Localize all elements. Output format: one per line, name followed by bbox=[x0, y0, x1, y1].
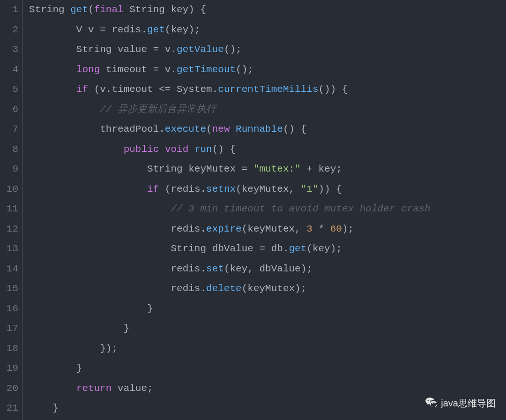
line-number: 16 bbox=[0, 299, 18, 319]
token-punct: (keyMutex); bbox=[242, 283, 307, 294]
code-line[interactable]: String value = v.getValue(); bbox=[29, 40, 506, 60]
code-line[interactable]: redis.expire(keyMutex, 3 * 60); bbox=[29, 219, 506, 240]
code-line[interactable]: threadPool.execute(new Runnable() { bbox=[29, 120, 506, 140]
token-ident: (keyMutex, bbox=[236, 184, 301, 195]
token-punct: ( bbox=[206, 124, 212, 135]
code-line[interactable]: if (redis.setnx(keyMutex, "1")) { bbox=[29, 180, 506, 200]
token-comment: // 异步更新后台异常执行 bbox=[100, 104, 216, 115]
code-line[interactable]: } bbox=[29, 299, 506, 319]
token-ident bbox=[230, 124, 236, 135]
code-line[interactable]: public void run() { bbox=[29, 140, 506, 160]
token-ident: value; bbox=[112, 383, 153, 394]
token-number: 60 bbox=[330, 224, 342, 234]
token-ident bbox=[29, 104, 100, 115]
code-line[interactable]: V v = redis.get(key); bbox=[29, 20, 506, 40]
token-string: "1" bbox=[301, 184, 319, 195]
line-number: 10 bbox=[0, 180, 18, 200]
token-method: get bbox=[70, 4, 88, 15]
code-line[interactable]: long timeout = v.getTimeout(); bbox=[29, 60, 506, 80]
token-ident: threadPool. bbox=[29, 124, 165, 135]
token-ident: redis. bbox=[29, 283, 206, 294]
code-line[interactable]: } bbox=[29, 359, 506, 379]
code-line[interactable]: // 3 min timeout to avoid mutex holder c… bbox=[29, 199, 506, 219]
line-number: 13 bbox=[0, 239, 18, 259]
token-punct: ) bbox=[188, 4, 194, 15]
token-keyword: new bbox=[212, 124, 230, 135]
token-punct: { bbox=[194, 4, 206, 15]
code-line[interactable]: // 异步更新后台异常执行 bbox=[29, 100, 506, 120]
line-number: 4 bbox=[0, 60, 18, 80]
token-method: currentTimeMillis bbox=[218, 84, 318, 95]
token-ident bbox=[159, 144, 165, 155]
token-ident: (redis. bbox=[159, 184, 206, 195]
token-method: get bbox=[289, 243, 307, 254]
code-content[interactable]: String get(final String key) { V v = red… bbox=[22, 0, 506, 420]
token-method: getValue bbox=[177, 44, 224, 55]
token-ident: String dbValue = db. bbox=[29, 243, 289, 254]
line-number: 20 bbox=[0, 379, 18, 399]
token-punct: )) { bbox=[319, 184, 342, 195]
watermark: java思维导图 bbox=[425, 397, 496, 410]
token-method: run bbox=[194, 144, 212, 155]
token-method: set bbox=[206, 263, 224, 274]
token-ident: redis. bbox=[29, 224, 206, 234]
line-number: 14 bbox=[0, 259, 18, 279]
token-punct: (key); bbox=[306, 243, 342, 254]
code-line[interactable]: if (v.timeout <= System.currentTimeMilli… bbox=[29, 80, 506, 100]
code-line[interactable]: String get(final String key) { bbox=[29, 0, 506, 20]
token-ident bbox=[29, 184, 147, 195]
token-keyword: public bbox=[124, 144, 159, 155]
token-ident bbox=[29, 84, 76, 95]
token-keyword: return bbox=[76, 383, 112, 394]
code-line[interactable]: }); bbox=[29, 339, 506, 359]
code-editor: 123456789101112131415161718192021 String… bbox=[0, 0, 506, 420]
token-ident: String value = v. bbox=[29, 44, 177, 55]
token-punct: } bbox=[29, 323, 129, 334]
line-number: 7 bbox=[0, 120, 18, 140]
token-ident: * bbox=[313, 224, 330, 234]
token-ident bbox=[188, 144, 194, 155]
code-line[interactable]: redis.delete(keyMutex); bbox=[29, 279, 506, 299]
wechat-icon bbox=[425, 397, 438, 410]
token-ident: String keyMutex = bbox=[29, 164, 253, 174]
token-string: "mutex:" bbox=[253, 164, 301, 174]
token-ident: timeout = v. bbox=[100, 64, 177, 75]
token-punct: } bbox=[29, 403, 59, 413]
line-number: 17 bbox=[0, 319, 18, 339]
token-ident: redis. bbox=[29, 263, 206, 274]
token-ident bbox=[29, 144, 124, 155]
line-number: 3 bbox=[0, 40, 18, 60]
line-number: 9 bbox=[0, 159, 18, 180]
line-number: 15 bbox=[0, 279, 18, 299]
code-line[interactable]: String dbValue = db.get(key); bbox=[29, 239, 506, 259]
line-number: 18 bbox=[0, 339, 18, 359]
code-line[interactable]: return value; bbox=[29, 379, 506, 399]
line-number: 8 bbox=[0, 140, 18, 160]
code-line[interactable]: String keyMutex = "mutex:" + key; bbox=[29, 159, 506, 180]
token-comment: // 3 min timeout to avoid mutex holder c… bbox=[171, 203, 431, 214]
token-ident bbox=[29, 383, 76, 394]
token-ident: + key; bbox=[301, 164, 342, 174]
token-punct: ); bbox=[342, 224, 354, 234]
token-punct: } bbox=[29, 303, 153, 314]
line-number: 11 bbox=[0, 199, 18, 219]
line-number: 2 bbox=[0, 20, 18, 40]
token-keyword: if bbox=[147, 184, 159, 195]
token-type: String bbox=[29, 4, 70, 15]
token-method: get bbox=[147, 24, 165, 35]
token-punct: ( bbox=[88, 4, 94, 15]
code-line[interactable]: } bbox=[29, 319, 506, 339]
token-number: 3 bbox=[306, 224, 313, 234]
token-method: Runnable bbox=[236, 124, 283, 135]
token-punct: (key); bbox=[165, 24, 201, 35]
token-punct: (); bbox=[224, 44, 242, 55]
line-number: 12 bbox=[0, 219, 18, 240]
token-method: getTimeout bbox=[177, 64, 236, 75]
token-method: expire bbox=[206, 224, 242, 234]
line-number: 5 bbox=[0, 80, 18, 100]
code-line[interactable]: redis.set(key, dbValue); bbox=[29, 259, 506, 279]
token-type: String key bbox=[124, 4, 189, 15]
token-punct: }); bbox=[29, 343, 118, 354]
token-method: execute bbox=[165, 124, 206, 135]
token-ident: (keyMutex, bbox=[242, 224, 307, 234]
